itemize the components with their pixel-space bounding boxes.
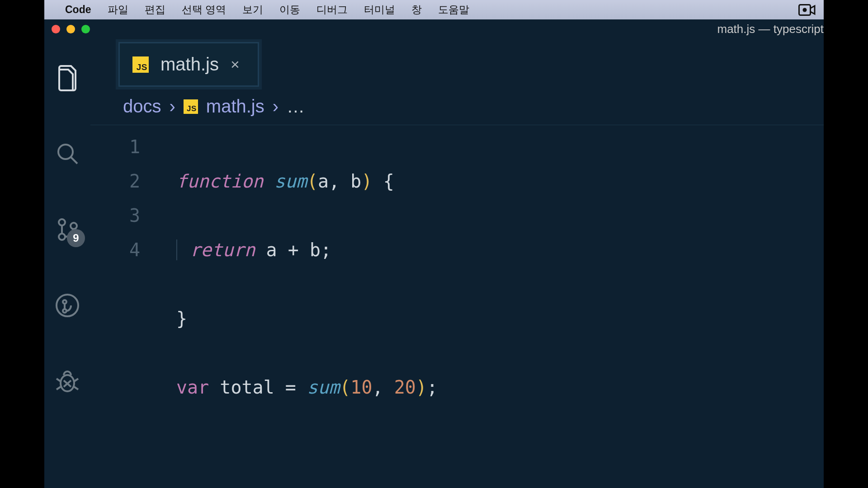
activity-explorer-icon[interactable] <box>54 65 80 91</box>
window-traffic-lights <box>52 25 90 33</box>
menubar-item-window[interactable]: 창 <box>403 3 430 17</box>
svg-line-11 <box>57 379 61 381</box>
breadcrumb-file[interactable]: math.js <box>206 96 264 117</box>
scm-badge: 9 <box>67 229 85 247</box>
activity-gitlens-icon[interactable] <box>54 292 80 319</box>
svg-line-13 <box>57 387 61 389</box>
breadcrumb-ellipsis[interactable]: … <box>287 96 305 117</box>
menubar-item-selection[interactable]: 선택 영역 <box>174 3 234 17</box>
svg-point-9 <box>63 309 66 313</box>
code-editor[interactable]: 1 2 3 4 function sum(a, b) { return a + … <box>90 125 824 488</box>
line-number: 4 <box>90 233 140 267</box>
svg-line-12 <box>74 379 78 381</box>
menubar-item-edit[interactable]: 편집 <box>137 3 174 17</box>
tab-filename: math.js <box>160 54 219 75</box>
chevron-right-icon: › <box>273 96 278 117</box>
line-number: 1 <box>90 130 140 164</box>
menubar-item-debug[interactable]: 디버그 <box>308 3 356 17</box>
code-content[interactable]: function sum(a, b) { return a + b; } var… <box>176 130 824 488</box>
code-line: function sum(a, b) { <box>176 164 824 198</box>
svg-point-1 <box>803 8 807 12</box>
activity-search-icon[interactable] <box>54 141 80 167</box>
window-close-button[interactable] <box>52 25 60 33</box>
svg-point-8 <box>63 300 66 304</box>
svg-line-14 <box>74 387 78 389</box>
chevron-right-icon: › <box>170 96 175 117</box>
menubar-item-view[interactable]: 보기 <box>234 3 271 17</box>
activity-debug-icon[interactable] <box>54 368 80 394</box>
menubar-app-name[interactable]: Code <box>65 4 99 16</box>
svg-point-2 <box>58 145 73 159</box>
line-number-gutter: 1 2 3 4 <box>90 130 176 488</box>
editor-tab-mathjs[interactable]: JS math.js × <box>118 42 259 87</box>
window-titlebar: math.js — typescript <box>44 19 824 38</box>
activity-bar: 9 <box>44 38 90 488</box>
macos-menubar: Code 파일 편집 선택 영역 보기 이동 디버그 터미널 창 도움말 <box>44 0 824 19</box>
window-minimize-button[interactable] <box>66 25 75 33</box>
svg-point-7 <box>57 295 78 316</box>
breadcrumb-folder[interactable]: docs <box>123 96 161 117</box>
tab-bar: JS math.js × <box>90 38 824 88</box>
editor-window: math.js — typescript <box>44 19 824 488</box>
svg-line-3 <box>71 157 77 164</box>
code-line: var total = sum(10, 20); <box>176 370 824 404</box>
menubar-item-file[interactable]: 파일 <box>99 3 137 17</box>
window-zoom-button[interactable] <box>81 25 90 33</box>
line-number: 2 <box>90 164 140 198</box>
code-line: return a + b; <box>176 233 824 267</box>
screen-record-icon[interactable] <box>798 4 816 16</box>
line-number: 3 <box>90 198 140 233</box>
window-title: math.js — typescript <box>717 22 824 36</box>
svg-point-4 <box>59 219 65 225</box>
svg-point-6 <box>71 223 77 229</box>
svg-point-5 <box>59 234 65 240</box>
js-file-icon: JS <box>184 99 198 114</box>
code-line: } <box>176 301 824 336</box>
activity-source-control-icon[interactable]: 9 <box>54 216 80 243</box>
breadcrumb: docs › JS math.js › … <box>90 88 824 125</box>
tab-close-icon[interactable]: × <box>231 56 240 73</box>
menubar-item-go[interactable]: 이동 <box>271 3 308 17</box>
js-file-icon: JS <box>132 56 149 73</box>
menubar-item-terminal[interactable]: 터미널 <box>356 3 403 17</box>
menubar-item-help[interactable]: 도움말 <box>430 3 477 17</box>
